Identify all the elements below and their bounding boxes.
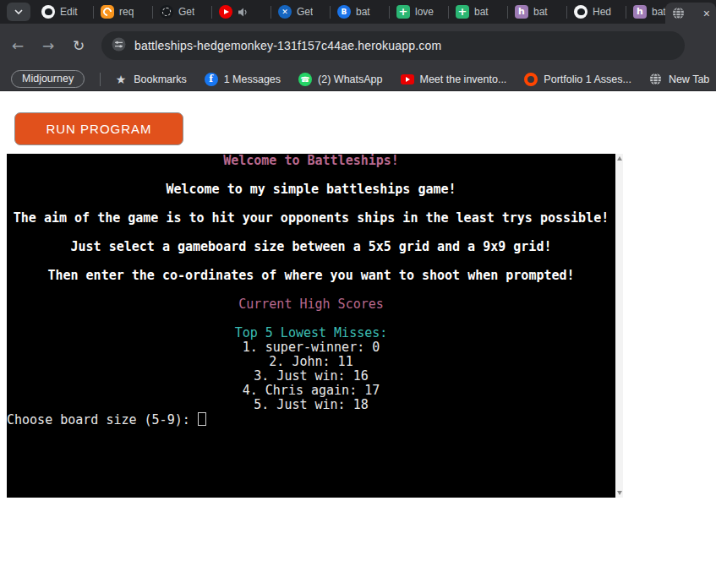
terminal-line: Top 5 Lowest Misses: [7, 326, 615, 340]
terminal-line [7, 197, 615, 211]
globe-icon [671, 7, 685, 20]
forward-button[interactable] [36, 33, 61, 58]
bookmark-item-1-messages[interactable]: 1 Messages [205, 73, 281, 86]
tab-label: Get [178, 6, 194, 18]
bookmarks-bar: Midjourney Bookmarks1 Messages(2) WhatsA… [0, 68, 716, 91]
browser-tab[interactable]: bat [508, 0, 566, 24]
bookmark-label: (2) WhatsApp [318, 74, 382, 85]
github-icon [574, 5, 588, 19]
terminal-line: Choose board size (5-9): [7, 412, 615, 427]
tab-label: req [119, 6, 134, 18]
tab-search-button[interactable] [7, 3, 30, 21]
bookmarks-separator [100, 73, 101, 86]
bookmark-label: Meet the invento... [420, 74, 507, 85]
github-icon [41, 5, 55, 19]
reload-button[interactable] [66, 33, 91, 58]
tab-strip: EditreqGetGetbatlovebatbatHedbat × [0, 0, 716, 24]
browser-window: EditreqGetGetbatlovebatbatHedbat × battl… [0, 0, 716, 588]
blue-pin-icon [278, 5, 292, 19]
bookmark-item-2-whatsapp[interactable]: (2) WhatsApp [298, 73, 382, 86]
terminal-line [7, 283, 615, 297]
heroku-icon [633, 5, 647, 19]
tab-label: Hed [593, 6, 611, 18]
active-tab[interactable]: × [665, 3, 716, 24]
terminal-line: The aim of the game is to hit your oppon… [7, 211, 615, 226]
bookmark-list: Bookmarks1 Messages(2) WhatsAppMeet the … [114, 73, 716, 86]
tab-close-button[interactable]: × [703, 8, 710, 19]
green-icon [396, 5, 410, 19]
tab-label: bat [356, 6, 370, 18]
site-info-icon[interactable] [112, 37, 126, 55]
bookmark-label: 1 Messages [224, 74, 281, 85]
terminal: Welcome to Battleships!Welcome to my sim… [7, 154, 623, 498]
terminal-line: 4. Chris again: 17 [7, 384, 615, 398]
tab-label: bat [474, 6, 489, 18]
terminal-line: Current High Scores [7, 297, 615, 312]
chevron-down-icon [14, 9, 23, 14]
facebook-icon [205, 73, 218, 86]
terminal-line [7, 168, 615, 182]
browser-tab[interactable]: Hed [567, 0, 626, 24]
browser-tab[interactable]: Edit [35, 0, 93, 24]
ytbm-icon [401, 73, 414, 86]
browser-tab[interactable]: Get [153, 0, 211, 24]
back-button[interactable] [5, 33, 30, 58]
browser-tab[interactable] [212, 0, 271, 24]
tab-label: love [415, 6, 434, 18]
orange-ring-icon [524, 73, 538, 86]
scroll-up-arrow[interactable] [617, 156, 622, 161]
terminal-line [7, 312, 615, 326]
terminal-line [7, 226, 615, 240]
browser-tab[interactable]: bat [449, 0, 507, 24]
address-bar[interactable]: battleships-hedgemonkey-131f157c44ae.her… [101, 31, 685, 60]
tab-label: Get [297, 6, 313, 18]
page-content: RUN PROGRAM Welcome to Battleships!Welco… [0, 91, 716, 588]
tab-audio-icon[interactable] [238, 7, 249, 18]
terminal-line: Welcome to Battleships! [7, 154, 615, 168]
bookmark-label: Portfolio 1 Asses... [544, 74, 631, 85]
tab-label: bat [652, 6, 665, 18]
terminal-output[interactable]: Welcome to Battleships!Welcome to my sim… [7, 154, 615, 498]
youtube-icon [219, 5, 232, 19]
green-icon [456, 5, 469, 19]
globe-icon [649, 73, 663, 86]
scroll-down-arrow[interactable] [617, 491, 622, 495]
terminal-line: Then enter the co-ordinates of where you… [7, 269, 615, 283]
terminal-line [7, 254, 615, 269]
gitpod-icon [101, 5, 114, 19]
bookmark-item-meet-the-invento[interactable]: Meet the invento... [401, 73, 507, 86]
bookmark-label: Bookmarks [134, 74, 187, 85]
bookmark-item-portfolio-1-asses[interactable]: Portfolio 1 Asses... [524, 73, 631, 86]
browser-tab[interactable]: bat [626, 0, 665, 24]
terminal-line: Welcome to my simple battleships game! [7, 182, 615, 197]
browser-tab[interactable]: Get [271, 0, 330, 24]
browser-tab[interactable]: bat [331, 0, 389, 24]
terminal-line: 2. John: 11 [7, 355, 615, 369]
terminal-line: 3. Just win: 16 [7, 369, 615, 384]
terminal-line: 5. Just win: 18 [7, 398, 615, 412]
run-program-button[interactable]: RUN PROGRAM [14, 112, 183, 145]
browser-tab[interactable]: req [94, 0, 152, 24]
terminal-line: 1. super-winner: 0 [7, 340, 615, 355]
bookmark-label: New Tab [669, 74, 709, 85]
browser-toolbar: battleships-hedgemonkey-131f157c44ae.her… [0, 24, 716, 68]
bookmark-item-new-tab[interactable]: New Tab [649, 73, 709, 86]
whatsapp-icon [298, 73, 312, 86]
star-icon [114, 73, 128, 86]
browser-tab[interactable]: love [390, 0, 448, 24]
terminal-line: Just select a gameboard size between a 5… [7, 240, 615, 254]
url-text: battleships-hedgemonkey-131f157c44ae.her… [134, 39, 441, 52]
terminal-cursor [198, 412, 206, 426]
tab-list: EditreqGetGetbatlovebatbatHedbat [35, 0, 665, 24]
bookmark-group-midjourney[interactable]: Midjourney [11, 70, 85, 88]
tab-label: bat [533, 6, 548, 18]
blue-b-icon [337, 5, 351, 19]
heroku-icon [515, 5, 528, 19]
terminal-scrollbar[interactable] [615, 154, 623, 498]
tab-label: Edit [60, 6, 78, 18]
bookmark-item-bookmarks[interactable]: Bookmarks [114, 73, 187, 86]
ghdesk-icon [160, 5, 173, 19]
